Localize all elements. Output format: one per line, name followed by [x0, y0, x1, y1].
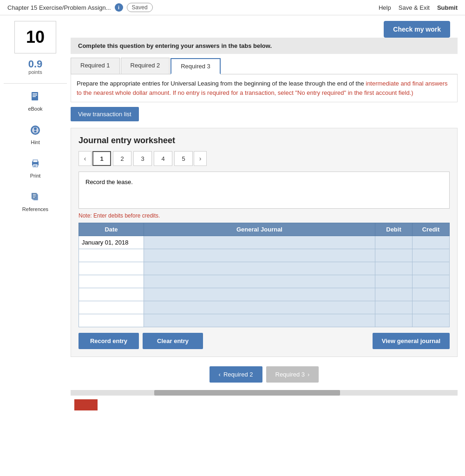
col-header-date: Date	[79, 223, 144, 236]
debit-cell-6[interactable]	[375, 301, 413, 314]
table-row: January 01, 2018	[79, 236, 450, 249]
journal-cell-1[interactable]	[144, 236, 375, 249]
bottom-logo	[74, 399, 98, 410]
nav-prev-icon: ‹	[219, 371, 221, 378]
instruction-text: Complete this question by entering your …	[78, 42, 272, 49]
tab-required1[interactable]: Required 1	[71, 58, 120, 74]
journal-table: Date General Journal Debit Credit	[79, 223, 450, 327]
credit-cell-3[interactable]	[413, 262, 450, 275]
svg-rect-7	[34, 131, 37, 132]
credit-cell-6[interactable]	[413, 301, 450, 314]
sidebar-tool-hint[interactable]: Hint	[7, 121, 63, 149]
scrollbar-area[interactable]	[71, 390, 458, 396]
worksheet-title: Journal entry worksheet	[79, 136, 450, 145]
credit-cell-4[interactable]	[413, 275, 450, 288]
credit-cell-7[interactable]	[413, 314, 450, 327]
page-num-5[interactable]: 5	[174, 151, 193, 166]
info-icon[interactable]: i	[115, 3, 123, 12]
worksheet-container: Journal entry worksheet ‹ 1 2 3 4 5	[71, 128, 458, 357]
view-general-journal-button[interactable]: View general journal	[373, 333, 450, 349]
page-nav: ‹ 1 2 3 4 5 ›	[79, 151, 450, 166]
save-exit-link[interactable]: Save & Exit	[399, 4, 430, 11]
record-entry-button[interactable]: Record entry	[79, 333, 139, 349]
svg-rect-1	[33, 93, 37, 94]
check-my-work-button[interactable]: Check my work	[384, 21, 450, 38]
page-nav-next[interactable]: ›	[194, 151, 207, 166]
journal-cell-5[interactable]	[144, 288, 375, 301]
scrollbar-thumb[interactable]	[154, 390, 340, 396]
page-nav-prev[interactable]: ‹	[79, 151, 92, 166]
top-bar: Chapter 15 Exercise/Problem Assign... i …	[0, 0, 465, 15]
sidebar-tool-print[interactable]: Print	[7, 154, 63, 182]
hint-label: Hint	[31, 139, 40, 145]
nav-required2-label: Required 2	[223, 371, 253, 378]
svg-rect-3	[33, 96, 36, 97]
debit-cell-4[interactable]	[375, 275, 413, 288]
debit-cell-1[interactable]	[375, 236, 413, 249]
sidebar-divider-1	[4, 83, 67, 84]
print-icon	[30, 158, 41, 172]
submit-link[interactable]: Submit	[437, 4, 458, 11]
date-cell-7	[79, 314, 144, 327]
svg-rect-2	[33, 95, 37, 96]
print-label: Print	[30, 173, 41, 178]
col-header-credit: Credit	[413, 223, 450, 236]
svg-rect-9	[33, 160, 38, 162]
problem-number-box: 10	[14, 21, 56, 53]
page-num-4[interactable]: 4	[154, 151, 172, 166]
credit-cell-5[interactable]	[413, 288, 450, 301]
help-link[interactable]: Help	[379, 4, 391, 11]
svg-rect-17	[33, 194, 36, 195]
table-row	[79, 314, 450, 327]
credit-cell-1[interactable]	[413, 236, 450, 249]
svg-point-6	[34, 127, 37, 130]
points-display: 0.9	[28, 59, 43, 69]
main-layout: 10 0.9 points eBook Hint Print	[0, 15, 465, 418]
sidebar-tool-ebook[interactable]: eBook	[7, 87, 63, 115]
date-cell-6	[79, 301, 144, 314]
debit-cell-2[interactable]	[375, 249, 413, 262]
date-cell-1: January 01, 2018	[79, 236, 144, 249]
date-cell-3	[79, 262, 144, 275]
hint-icon	[30, 125, 41, 139]
tab-required2[interactable]: Required 2	[121, 58, 170, 74]
page-num-2[interactable]: 2	[113, 151, 131, 166]
journal-cell-4[interactable]	[144, 275, 375, 288]
table-row	[79, 275, 450, 288]
table-row	[79, 249, 450, 262]
ebook-icon	[30, 91, 41, 105]
date-cell-5	[79, 288, 144, 301]
note-text: Note: Enter debits before credits.	[79, 212, 450, 219]
problem-number: 10	[26, 27, 45, 47]
page-num-1[interactable]: 1	[92, 151, 111, 166]
col-header-debit: Debit	[375, 223, 413, 236]
table-row	[79, 288, 450, 301]
debit-cell-7[interactable]	[375, 314, 413, 327]
journal-cell-6[interactable]	[144, 301, 375, 314]
instruction-banner: Complete this question by entering your …	[71, 38, 458, 54]
top-bar-right: Help Save & Exit Submit	[379, 4, 458, 11]
table-row	[79, 262, 450, 275]
sidebar: 10 0.9 points eBook Hint Print	[0, 15, 71, 418]
view-transaction-button[interactable]: View transaction list	[71, 107, 139, 121]
content-area: Check my work Complete this question by …	[71, 15, 465, 418]
debit-cell-5[interactable]	[375, 288, 413, 301]
ebook-label: eBook	[28, 106, 42, 112]
journal-cell-7[interactable]	[144, 314, 375, 327]
credit-cell-2[interactable]	[413, 249, 450, 262]
debit-cell-3[interactable]	[375, 262, 413, 275]
journal-cell-3[interactable]	[144, 262, 375, 275]
sidebar-tool-references[interactable]: References	[7, 188, 63, 216]
nav-required3-label: Required 3	[275, 371, 305, 378]
col-header-journal: General Journal	[144, 223, 375, 236]
clear-entry-button[interactable]: Clear entry	[143, 333, 203, 349]
tab-required3[interactable]: Required 3	[170, 58, 221, 74]
references-icon	[30, 192, 41, 205]
references-label: References	[22, 206, 48, 212]
nav-next-icon: ›	[308, 371, 309, 378]
journal-cell-2[interactable]	[144, 249, 375, 262]
page-num-3[interactable]: 3	[133, 151, 152, 166]
page-title: Chapter 15 Exercise/Problem Assign...	[7, 4, 111, 11]
nav-required2-button[interactable]: ‹ Required 2	[210, 366, 262, 383]
svg-rect-18	[33, 196, 36, 196]
